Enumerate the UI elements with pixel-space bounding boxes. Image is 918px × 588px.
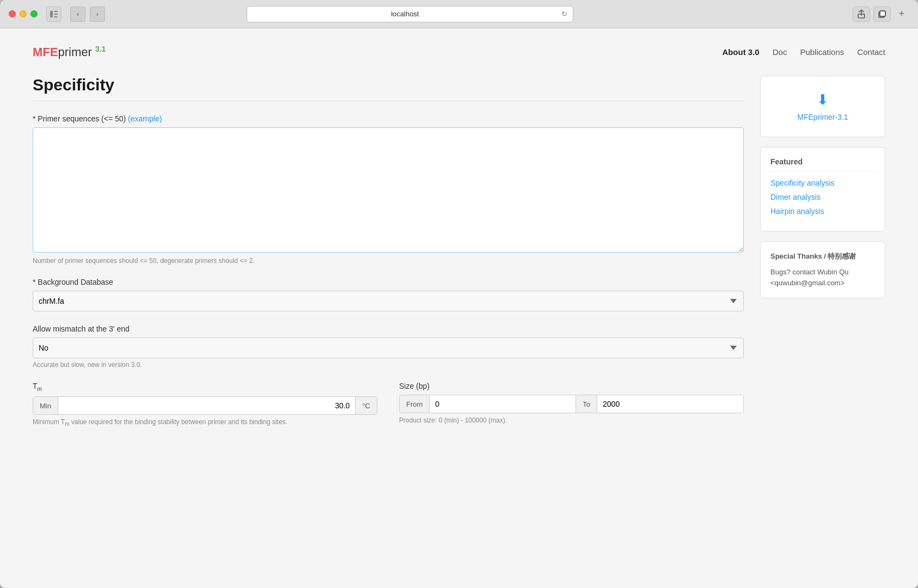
size-to-label: To	[576, 395, 597, 413]
tm-label: Tm	[33, 382, 377, 392]
brand-mfe: MFE	[33, 45, 58, 59]
new-window-button[interactable]	[873, 7, 891, 22]
download-link[interactable]: MFEprimer-3.1	[797, 113, 848, 121]
download-icon: ⬇	[817, 91, 829, 108]
traffic-lights	[9, 10, 38, 17]
size-row: From To	[399, 395, 744, 413]
tm-size-row: Tm Min °C Minimum Tm value required for …	[33, 382, 744, 427]
tm-unit: °C	[355, 397, 377, 414]
special-thanks-title: Special Thanks / 特别感谢	[770, 252, 875, 261]
primer-label: * Primer sequences (<= 50) (example)	[33, 114, 744, 123]
size-section: Size (bp) From To Product size: 0 (min) …	[399, 382, 744, 427]
nav-about[interactable]: About 3.0	[722, 47, 759, 57]
svg-rect-3	[54, 16, 58, 17]
browser-window: ‹ › localhost ↻ +	[0, 0, 918, 588]
brand-logo[interactable]: MFEprimer 3.1	[33, 45, 106, 59]
tm-subscript: m	[38, 386, 42, 392]
featured-specificity[interactable]: Specificity analysis	[770, 179, 875, 187]
nav-publications[interactable]: Publications	[800, 47, 844, 57]
svg-rect-2	[54, 14, 58, 15]
primer-textarea[interactable]	[33, 127, 744, 253]
sidebar: ⬇ MFEprimer-3.1 Featured Specificity ana…	[760, 76, 885, 427]
browser-titlebar: ‹ › localhost ↻ +	[0, 0, 918, 28]
size-from-input[interactable]	[430, 395, 576, 413]
size-from-label: From	[400, 395, 430, 413]
mismatch-select[interactable]: No	[33, 338, 744, 358]
sidebar-toggle-button[interactable]	[46, 7, 62, 22]
mismatch-label: Allow mismatch at the 3' end	[33, 324, 744, 333]
minimize-button[interactable]	[20, 10, 27, 17]
brand-version: 3.1	[95, 45, 106, 53]
tm-hint: Minimum Tm value required for the bindin…	[33, 418, 377, 427]
tm-field-row: Min °C	[33, 396, 377, 415]
size-hint: Product size: 0 (min) - 100000 (max).	[399, 416, 744, 424]
special-thanks-card: Special Thanks / 特别感谢 Bugs? contact Wubi…	[760, 241, 885, 298]
main-layout: Specificity * Primer sequences (<= 50) (…	[33, 76, 885, 427]
reload-icon[interactable]: ↻	[561, 10, 567, 18]
page-title: Specificity	[33, 76, 744, 101]
page-content: MFEprimer 3.1 About 3.0 Doc Publications…	[0, 28, 918, 588]
close-button[interactable]	[9, 10, 16, 17]
mismatch-section: Allow mismatch at the 3' end No Accurate…	[33, 324, 744, 369]
primer-hint: Number of primer sequences should <= 50,…	[33, 257, 744, 265]
back-button[interactable]: ‹	[70, 7, 85, 22]
database-select[interactable]: chrM.fa	[33, 291, 744, 311]
svg-rect-6	[880, 11, 885, 16]
featured-title: Featured	[770, 157, 875, 172]
database-section: * Background Database chrM.fa	[33, 278, 744, 311]
top-navigation: MFEprimer 3.1 About 3.0 Doc Publications…	[33, 45, 885, 59]
url-display: localhost	[253, 10, 557, 18]
example-link[interactable]: (example)	[128, 114, 162, 123]
main-form: Specificity * Primer sequences (<= 50) (…	[33, 76, 744, 427]
brand-primer: primer	[58, 45, 91, 59]
featured-hairpin[interactable]: Hairpin analysis	[770, 207, 875, 216]
download-area: ⬇ MFEprimer-3.1	[770, 86, 875, 127]
mismatch-hint: Accurate but slow, new in version 3.0.	[33, 361, 744, 369]
size-label: Size (bp)	[399, 382, 744, 390]
forward-button[interactable]: ›	[90, 7, 105, 22]
new-tab-button[interactable]: +	[894, 7, 909, 22]
address-bar[interactable]: localhost ↻	[247, 6, 573, 22]
tm-min-prefix: Min	[33, 397, 58, 414]
size-to-input[interactable]	[597, 395, 743, 413]
maximize-button[interactable]	[30, 10, 38, 17]
download-card: ⬇ MFEprimer-3.1	[760, 76, 885, 137]
nav-contact[interactable]: Contact	[857, 47, 885, 57]
svg-rect-0	[50, 11, 53, 17]
nav-doc[interactable]: Doc	[773, 47, 787, 57]
bugs-contact: Bugs? contact Wubin Qu <quwubin@gmail.co…	[770, 267, 875, 288]
svg-rect-1	[54, 11, 58, 12]
featured-dimer[interactable]: Dimer analysis	[770, 193, 875, 201]
main-navigation: About 3.0 Doc Publications Contact	[722, 47, 885, 57]
database-label: * Background Database	[33, 278, 744, 286]
primer-sequences-section: * Primer sequences (<= 50) (example) Num…	[33, 114, 744, 265]
tm-min-input[interactable]	[58, 397, 355, 414]
featured-card: Featured Specificity analysis Dimer anal…	[760, 147, 885, 231]
tm-section: Tm Min °C Minimum Tm value required for …	[33, 382, 377, 427]
toolbar-icons: +	[853, 7, 909, 22]
share-button[interactable]	[853, 7, 870, 22]
